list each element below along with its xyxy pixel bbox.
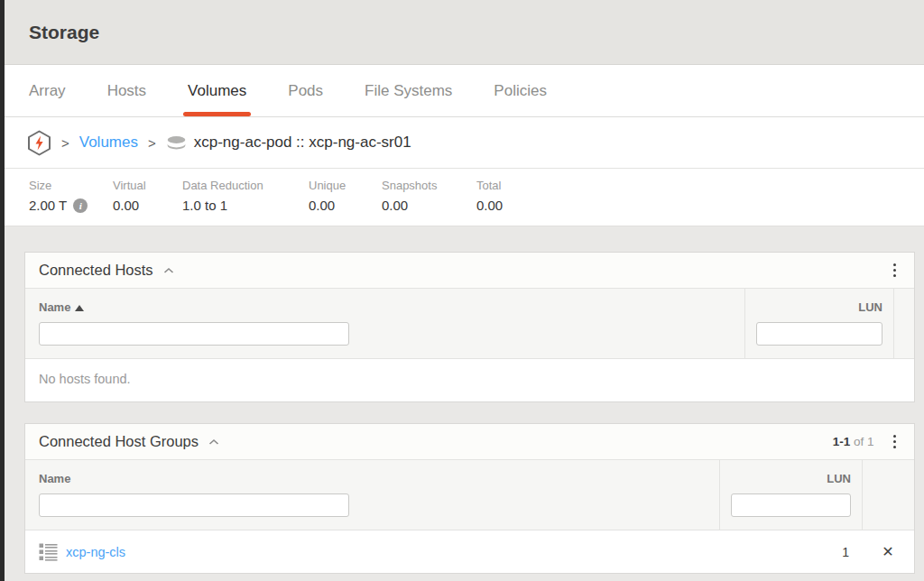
connected-host-groups-header: Connected Host Groups 1-1 of 1 bbox=[25, 424, 914, 459]
array-hexagon-bolt-icon[interactable] bbox=[27, 130, 51, 156]
lun-column: LUN bbox=[719, 460, 862, 530]
connected-hosts-table-head: Name LUN bbox=[25, 288, 914, 359]
name-column: Name bbox=[25, 460, 719, 530]
sidebar-edge bbox=[0, 0, 5, 581]
pagination-range: 1-1 bbox=[833, 435, 851, 448]
name-column: Name bbox=[25, 289, 744, 358]
tab-policies[interactable]: Policies bbox=[494, 65, 547, 116]
stat-label: Snapshots bbox=[382, 179, 476, 192]
hosts-lun-filter-input[interactable] bbox=[756, 322, 882, 346]
hosts-name-filter-input[interactable] bbox=[39, 322, 349, 346]
breadcrumb-separator: > bbox=[61, 135, 69, 151]
stat-data-reduction: Data Reduction 1.0 to 1 bbox=[182, 179, 309, 226]
action-column-spacer bbox=[893, 289, 914, 358]
disconnect-x-icon[interactable]: ✕ bbox=[882, 543, 893, 560]
breadcrumb-volumes-link[interactable]: Volumes bbox=[79, 134, 138, 152]
tab-bar: Array Hosts Volumes Pods File Systems Po… bbox=[5, 65, 924, 117]
lun-column: LUN bbox=[744, 289, 893, 358]
breadcrumb-separator: > bbox=[148, 135, 156, 151]
chevron-up-icon[interactable] bbox=[163, 267, 174, 274]
name-column-header[interactable]: Name bbox=[39, 300, 70, 314]
breadcrumb-current: xcp-ng-ac-pod :: xcp-ng-ac-sr01 bbox=[166, 134, 411, 152]
stat-size: Size 2.00 T i bbox=[29, 179, 113, 226]
pagination: 1-1 of 1 bbox=[833, 435, 874, 448]
stat-virtual: Virtual 0.00 bbox=[113, 179, 182, 226]
groups-lun-filter-input[interactable] bbox=[731, 493, 851, 517]
stat-label: Virtual bbox=[113, 179, 182, 192]
kebab-menu-icon[interactable] bbox=[889, 432, 901, 452]
page-header: Storage bbox=[5, 0, 924, 65]
info-icon[interactable]: i bbox=[73, 198, 88, 213]
groups-name-filter-input[interactable] bbox=[39, 493, 349, 517]
connected-hosts-header: Connected Hosts bbox=[25, 253, 914, 288]
breadcrumb-current-label: xcp-ng-ac-pod :: xcp-ng-ac-sr01 bbox=[194, 134, 411, 152]
stat-label: Unique bbox=[309, 179, 382, 192]
stat-unique: Unique 0.00 bbox=[309, 179, 382, 226]
volume-stats: Size 2.00 T i Virtual 0.00 Data Reductio… bbox=[5, 169, 924, 226]
hosts-empty-message: No hosts found. bbox=[25, 359, 914, 401]
name-column-header[interactable]: Name bbox=[39, 472, 70, 485]
chevron-up-icon[interactable] bbox=[208, 438, 219, 446]
stat-snapshots: Snapshots 0.00 bbox=[382, 179, 476, 226]
tab-array[interactable]: Array bbox=[29, 65, 66, 116]
panel-title: Connected Host Groups bbox=[39, 433, 199, 450]
connected-hosts-panel: Connected Hosts Name LUN No bbox=[24, 252, 915, 402]
connected-host-groups-table-head: Name LUN bbox=[25, 459, 914, 530]
connected-host-groups-panel: Connected Host Groups 1-1 of 1 Name bbox=[24, 423, 915, 574]
panel-title: Connected Hosts bbox=[39, 262, 153, 279]
tab-hosts[interactable]: Hosts bbox=[107, 65, 146, 116]
stat-label: Total bbox=[476, 179, 503, 192]
host-group-action-cell: ✕ bbox=[862, 543, 914, 560]
table-row: xcp-ng-cls 1 ✕ bbox=[25, 530, 914, 573]
action-column-spacer bbox=[862, 460, 914, 530]
tab-volumes[interactable]: Volumes bbox=[188, 65, 246, 116]
tab-file-systems[interactable]: File Systems bbox=[365, 65, 452, 116]
breadcrumb: > Volumes > xcp-ng-ac-pod :: xcp-ng-ac-s… bbox=[5, 117, 924, 169]
tab-pods[interactable]: Pods bbox=[288, 65, 323, 116]
volume-disk-icon bbox=[166, 135, 187, 151]
stat-label: Data Reduction bbox=[182, 179, 309, 192]
lun-column-header[interactable]: LUN bbox=[858, 300, 882, 314]
host-group-name-cell: xcp-ng-cls bbox=[25, 542, 719, 562]
stat-value: 0.00 bbox=[476, 198, 503, 213]
stat-value: 2.00 T bbox=[29, 198, 67, 213]
sort-ascending-icon[interactable] bbox=[75, 305, 84, 311]
stat-total: Total 0.00 bbox=[476, 179, 503, 226]
page-body: Connected Hosts Name LUN No bbox=[5, 226, 924, 574]
stat-value: 0.00 bbox=[309, 198, 382, 213]
stat-value: 1.0 to 1 bbox=[182, 198, 309, 213]
lun-column-header[interactable]: LUN bbox=[827, 472, 851, 485]
host-group-lun-value: 1 bbox=[719, 545, 862, 559]
stat-value: 0.00 bbox=[113, 198, 182, 213]
page-title: Storage bbox=[29, 22, 99, 43]
stat-label: Size bbox=[29, 179, 113, 192]
main-content: Storage Array Hosts Volumes Pods File Sy… bbox=[5, 0, 924, 574]
host-group-icon bbox=[39, 542, 58, 562]
kebab-menu-icon[interactable] bbox=[889, 261, 901, 281]
pagination-total: of 1 bbox=[854, 435, 874, 448]
stat-value: 0.00 bbox=[382, 198, 476, 213]
host-group-link[interactable]: xcp-ng-cls bbox=[66, 545, 125, 559]
